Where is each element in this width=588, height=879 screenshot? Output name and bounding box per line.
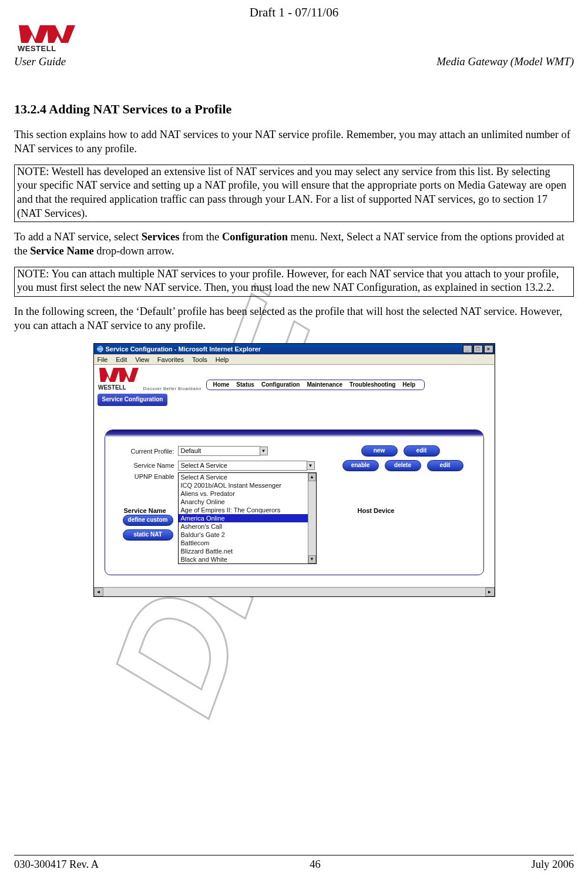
close-button[interactable]: ×	[484, 345, 493, 353]
label-current-profile: Current Profile:	[113, 447, 178, 455]
edit-profile-button[interactable]: edit	[404, 445, 440, 457]
service-select[interactable]: Select A Service	[178, 461, 307, 471]
instr-b1: Services	[142, 231, 180, 243]
user-guide-label: User Guide	[14, 55, 79, 69]
scroll-left-icon[interactable]: ◄	[94, 588, 103, 596]
scroll-right-icon[interactable]: ►	[485, 588, 495, 596]
maximize-button[interactable]: □	[473, 345, 483, 353]
scroll-up-icon[interactable]: ▲	[308, 473, 316, 481]
opt-0[interactable]: Select A Service	[179, 473, 316, 481]
scroll-track[interactable]	[103, 588, 485, 596]
opt-9[interactable]: Blizzard Battle.net	[179, 547, 316, 555]
nav-troubleshooting[interactable]: Troubleshooting	[348, 381, 397, 389]
horizontal-scrollbar[interactable]: ◄ ►	[94, 587, 495, 596]
edit-service-button[interactable]: edit	[427, 460, 463, 471]
nav-configuration[interactable]: Configuration	[260, 381, 302, 389]
static-nat-button[interactable]: static NAT	[123, 529, 173, 541]
opt-2[interactable]: Aliens vs. Predator	[179, 489, 316, 498]
opt-6[interactable]: Asheron's Call	[179, 522, 316, 531]
opt-3[interactable]: Anarchy Online	[179, 498, 316, 506]
brand-tagline: Discover Better Broadband	[143, 387, 201, 392]
menubar[interactable]: File Edit View Favorites Tools Help	[94, 354, 495, 365]
footer-left: 030-300417 Rev. A	[14, 858, 99, 872]
dropdown-scrollbar[interactable]: ▲ ▼	[308, 473, 316, 563]
service-caret-icon[interactable]: ▼	[307, 461, 315, 470]
opt-7[interactable]: Baldur's Gate 2	[179, 531, 316, 539]
svg-text:WESTELL: WESTELL	[98, 384, 126, 391]
new-button[interactable]: new	[361, 445, 398, 457]
menu-tools[interactable]: Tools	[192, 355, 207, 364]
service-dropdown-open[interactable]: Select A Service ICQ 2001b/AOL Instant M…	[178, 472, 317, 564]
menu-help[interactable]: Help	[216, 355, 229, 364]
profile-select[interactable]: Default	[178, 446, 260, 456]
section-heading: 13.2.4 Adding NAT Services to a Profile	[14, 101, 574, 118]
note-box-2: NOTE: You can attach multiple NAT servic…	[14, 267, 574, 297]
instruction-paragraph: To add a NAT service, select Services fr…	[14, 230, 574, 258]
instr-p2: from the	[179, 231, 221, 243]
instr-b3: Service Name	[30, 245, 93, 257]
menu-favorites[interactable]: Favorites	[157, 355, 184, 364]
header-host-device: Host Device	[358, 506, 395, 515]
westell-logo-mini: WESTELL	[96, 366, 140, 394]
titlebar[interactable]: Service Configuration - Microsoft Intern…	[94, 344, 495, 354]
section-number: 13.2.4	[14, 102, 46, 116]
enable-button[interactable]: enable	[342, 460, 379, 471]
nav-home[interactable]: Home	[211, 381, 231, 389]
panel-top-gradient	[105, 430, 483, 437]
subnav-service-config[interactable]: Service Configuration	[98, 394, 168, 406]
nav-help[interactable]: Help	[401, 381, 417, 389]
define-custom-button[interactable]: define custom	[123, 515, 173, 526]
instr-p4: drop-down arrow.	[94, 245, 174, 257]
label-upnp: UPNP Enable	[113, 472, 178, 481]
opt-10[interactable]: Black and White	[179, 555, 316, 563]
instr-p1: To add a NAT service, select	[14, 231, 142, 243]
header-service-name: Service Name	[124, 506, 166, 515]
scroll-down-icon[interactable]: ▼	[308, 555, 316, 563]
delete-button[interactable]: delete	[385, 460, 421, 471]
page-number: 46	[310, 858, 321, 872]
intro-paragraph: This section explains how to add NAT ser…	[14, 128, 574, 156]
service-value: Select A Service	[179, 462, 228, 469]
after-paragraph: In the following screen, the ‘Default’ p…	[14, 305, 574, 333]
top-nav: Home Status Configuration Maintenance Tr…	[206, 380, 425, 391]
opt-1[interactable]: ICQ 2001b/AOL Instant Messenger	[179, 481, 316, 489]
svg-text:WESTELL: WESTELL	[18, 44, 56, 53]
menu-view[interactable]: View	[135, 355, 149, 364]
note-1-text: NOTE: Westell has developed an extensive…	[17, 166, 566, 219]
footer-right: July 2006	[532, 858, 574, 872]
opt-5-highlighted[interactable]: America Online	[179, 514, 316, 522]
nav-maintenance[interactable]: Maintenance	[305, 381, 344, 389]
label-service-name: Service Name	[113, 461, 178, 469]
profile-value: Default	[179, 447, 201, 454]
menu-edit[interactable]: Edit	[116, 355, 127, 364]
browser-window: Service Configuration - Microsoft Intern…	[93, 343, 495, 597]
opt-4[interactable]: Age of Empires II: The Conquerors	[179, 506, 316, 514]
minimize-button[interactable]: _	[463, 345, 472, 353]
nav-status[interactable]: Status	[234, 381, 256, 389]
westell-logo: WESTELL	[14, 23, 79, 53]
note-2-text: NOTE: You can attach multiple NAT servic…	[17, 268, 559, 294]
instr-b2: Configuration	[222, 231, 288, 243]
ie-icon	[96, 345, 103, 353]
opt-8[interactable]: Battlecom	[179, 539, 316, 547]
service-config-panel: Current Profile: Default ▼ new edit Serv…	[105, 430, 484, 575]
note-box-1: NOTE: Westell has developed an extensive…	[14, 165, 574, 223]
profile-caret-icon[interactable]: ▼	[260, 447, 268, 455]
section-title: Adding NAT Services to a Profile	[49, 102, 231, 116]
draft-header: Draft 1 - 07/11/06	[14, 5, 574, 21]
window-title: Service Configuration - Microsoft Intern…	[106, 345, 261, 353]
menu-file[interactable]: File	[98, 355, 108, 364]
product-name: Media Gateway (Model WMT)	[436, 55, 574, 69]
